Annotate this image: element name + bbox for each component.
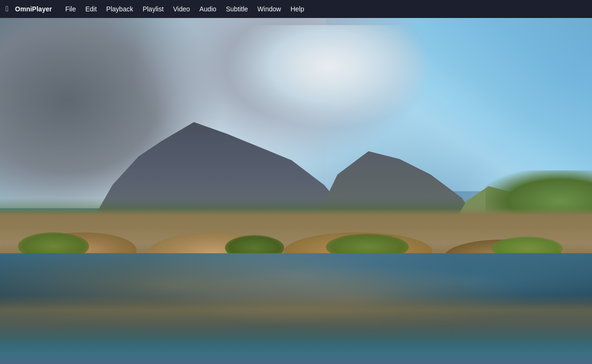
- menu-item-playlist[interactable]: Playlist: [138, 0, 168, 18]
- menubar:  OmniPlayer File Edit Playback Playlist…: [0, 0, 592, 18]
- menu-item-edit[interactable]: Edit: [81, 0, 101, 18]
- menu-item-file[interactable]: File: [61, 0, 81, 18]
- reflection-rocks: [0, 295, 592, 347]
- cloud-white: [225, 25, 432, 129]
- menu-item-help[interactable]: Help: [286, 0, 309, 18]
- video-content: [0, 18, 592, 364]
- menu-item-window[interactable]: Window: [253, 0, 286, 18]
- app-name[interactable]: OmniPlayer: [15, 5, 52, 13]
- menu-item-audio[interactable]: Audio: [195, 0, 221, 18]
- menu-item-video[interactable]: Video: [169, 0, 195, 18]
- menu-item-subtitle[interactable]: Subtitle: [221, 0, 253, 18]
- menu-item-playback[interactable]: Playback: [101, 0, 138, 18]
- apple-menu-icon[interactable]: : [6, 5, 9, 13]
- video-player[interactable]: [0, 18, 592, 364]
